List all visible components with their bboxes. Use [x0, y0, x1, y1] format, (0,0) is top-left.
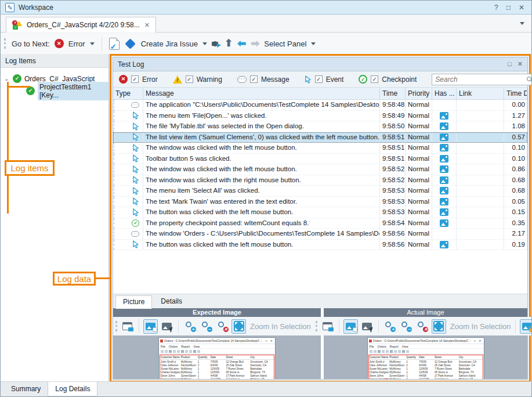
log-items-callout-line: [7, 86, 30, 88]
picture-icon[interactable]: [440, 176, 448, 184]
help-button[interactable]: ?: [494, 3, 498, 12]
toolbar-drag-handle[interactable]: [115, 321, 117, 331]
column-header[interactable]: Link: [457, 88, 504, 99]
filter-message[interactable]: ···✓Message: [237, 75, 289, 84]
zoom-to-fit-button[interactable]: [432, 319, 446, 334]
picture-icon[interactable]: [440, 144, 448, 151]
column-header[interactable]: Message: [143, 88, 380, 99]
column-header[interactable]: Has ...: [432, 88, 457, 99]
picture-icon[interactable]: [440, 155, 448, 163]
actual-image-canvas[interactable]: Orders - C:\Users\Public\Documents\TestC…: [324, 335, 527, 379]
mini-menu-item: View: [402, 345, 408, 348]
log-row[interactable]: ···The window 'Orders - C:\Users\Public\…: [113, 229, 527, 240]
column-header[interactable]: Priority: [406, 88, 432, 99]
toolbar-separator: [102, 37, 102, 50]
checkbox[interactable]: ✓: [131, 75, 139, 83]
picture-icon[interactable]: [440, 187, 448, 194]
select-panel-dropdown-icon[interactable]: [311, 42, 316, 45]
picture-icon[interactable]: [440, 241, 448, 248]
checkbox[interactable]: ✓: [371, 75, 378, 83]
search-input[interactable]: [435, 75, 526, 84]
view-actual-size-button[interactable]: [320, 319, 335, 334]
filter-checkpoint[interactable]: ✓✓Checkpoint: [359, 75, 417, 84]
tab-details[interactable]: Details: [153, 295, 190, 308]
bottom-tab-log-details[interactable]: Log Details: [48, 382, 97, 396]
column-header[interactable]: Time D...: [504, 88, 527, 99]
message-cell: Toolbar button 5 was clicked.: [143, 154, 380, 165]
lock-panes-button[interactable]: [520, 319, 532, 334]
log-row[interactable]: Toolbar button 5 was clicked.9:58:51Norm…: [113, 154, 527, 165]
error-dropdown-icon[interactable]: [90, 42, 95, 45]
toolbar-drag-handle[interactable]: [4, 38, 6, 49]
tab-orders-log[interactable]: ✕✓ Orders_C#_JavaScript 4/2/20 9:58... ✕: [6, 17, 156, 33]
log-row[interactable]: The button was clicked with the left mou…: [113, 240, 527, 251]
picture-icon[interactable]: [440, 112, 448, 120]
close-button[interactable]: ✕: [519, 3, 524, 12]
forward-icon[interactable]: ➡: [251, 39, 259, 48]
zoom-in-button[interactable]: +: [383, 319, 397, 334]
toolbar-drag-handle[interactable]: [316, 321, 317, 331]
create-jira-issue-button[interactable]: Create Jira Issue: [141, 39, 198, 48]
zoom-restore-button[interactable]: ✕: [215, 319, 230, 334]
maximize-button[interactable]: □: [506, 3, 511, 12]
picture-icon[interactable]: [440, 165, 448, 173]
picture-icon[interactable]: [440, 208, 448, 216]
back-icon[interactable]: ⬅: [237, 39, 246, 48]
pan-mode-button[interactable]: [343, 319, 358, 334]
mini-menu-item: View: [193, 345, 200, 348]
log-row[interactable]: The window was clicked with the right mo…: [113, 175, 527, 186]
pan-mode-button[interactable]: [143, 319, 158, 334]
go-up-icon[interactable]: ⬆: [225, 39, 233, 48]
zoom-out-button[interactable]: −: [199, 319, 213, 334]
jira-dropdown-icon[interactable]: [202, 42, 207, 45]
tab-close-icon[interactable]: ✕: [144, 21, 150, 29]
expected-image-canvas[interactable]: Orders - C:\Users\Public\Documents\TestC…: [113, 335, 321, 379]
filter-warning[interactable]: !✓Warning: [173, 75, 222, 84]
panel-close-icon[interactable]: ✕: [517, 60, 523, 68]
checkbox[interactable]: ✓: [186, 75, 193, 83]
search-box[interactable]: [432, 74, 532, 85]
checkbox[interactable]: ✓: [250, 75, 258, 83]
report-bug-icon[interactable]: [212, 40, 220, 47]
picture-icon[interactable]: [440, 219, 448, 227]
log-row[interactable]: The list view item ('Samuel Clemens', 0)…: [113, 132, 527, 143]
zoom-to-fit-button[interactable]: [231, 319, 246, 334]
panel-maximize-icon[interactable]: □: [508, 60, 512, 68]
picture-icon[interactable]: [440, 122, 448, 130]
priority-cell: Normal: [406, 229, 432, 240]
checkbox[interactable]: ✓: [315, 75, 323, 83]
zoom-out-button[interactable]: −: [399, 319, 414, 334]
log-row[interactable]: ···The application "C:\Users\Public\Docu…: [113, 100, 527, 111]
log-row[interactable]: The menu item 'File|Open...' was clicked…: [113, 111, 527, 122]
view-actual-size-button[interactable]: [120, 319, 135, 334]
zoom-in-button[interactable]: +: [183, 319, 197, 334]
filter-event[interactable]: ✓Event: [305, 75, 344, 84]
log-row[interactable]: The menu item 'Select All' was clicked.9…: [113, 186, 527, 197]
mini-menu-item: Orders: [169, 345, 178, 348]
filter-error[interactable]: ✕✓Error: [119, 75, 158, 84]
log-row[interactable]: The text 'Mark Twain' was entered in the…: [113, 197, 527, 208]
test-log-header: Test Log □ ✕: [113, 57, 527, 71]
log-row[interactable]: The window was clicked with the left mou…: [113, 143, 527, 154]
bottom-tab-summary[interactable]: Summary: [4, 382, 48, 396]
select-panel-button[interactable]: Select Panel: [264, 39, 306, 48]
column-header[interactable]: Type: [113, 88, 143, 99]
picture-icon[interactable]: [440, 133, 448, 141]
chevron-down-icon[interactable]: ⌄: [4, 75, 10, 82]
column-header[interactable]: Time: [380, 88, 406, 99]
tab-list-dropdown-icon[interactable]: [520, 22, 524, 25]
go-to-next-error-button[interactable]: Error: [68, 39, 85, 48]
details-report-icon[interactable]: [109, 38, 120, 50]
zoom-restore-button[interactable]: ✕: [415, 319, 430, 334]
log-row[interactable]: The button was clicked with the left mou…: [113, 207, 527, 218]
select-mode-button[interactable]: [160, 319, 174, 334]
log-row[interactable]: The window was clicked with the left mou…: [113, 164, 527, 175]
select-mode-button[interactable]: [360, 319, 374, 334]
type-cell: [113, 164, 143, 175]
log-row[interactable]: ✓The property checkpoint passed: wItemCo…: [113, 218, 527, 229]
log-row[interactable]: The file 'MyTable.tbl' was selected in t…: [113, 121, 527, 132]
priority-cell: Normal: [406, 121, 432, 132]
picture-icon[interactable]: [440, 198, 448, 205]
log-items-header: Log Items: [1, 54, 108, 68]
tab-picture[interactable]: Picture: [115, 295, 152, 309]
